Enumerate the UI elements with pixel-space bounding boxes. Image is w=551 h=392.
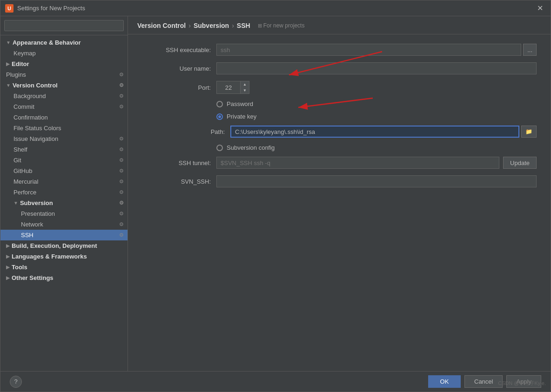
sidebar-item-presentation[interactable]: Presentation ⚙ bbox=[0, 208, 128, 219]
private-key-label[interactable]: Private key bbox=[227, 113, 256, 120]
sidebar-item-label: Build, Execution, Deployment bbox=[12, 242, 97, 249]
help-button[interactable]: ? bbox=[10, 376, 22, 388]
search-input[interactable] bbox=[4, 20, 124, 31]
path-input[interactable] bbox=[230, 126, 519, 138]
sidebar-item-subversion[interactable]: ▼ Subversion ⚙ bbox=[0, 198, 128, 208]
sidebar-item-mercurial[interactable]: Mercurial ⚙ bbox=[0, 176, 128, 187]
username-label: User name: bbox=[142, 65, 216, 72]
sidebar-item-ssh[interactable]: SSH ⚙ bbox=[0, 230, 128, 240]
sidebar-item-network[interactable]: Network ⚙ bbox=[0, 219, 128, 230]
sidebar-item-label: Git bbox=[13, 157, 21, 164]
port-down-button[interactable]: ▼ bbox=[241, 87, 249, 93]
password-radio-row: Password bbox=[142, 100, 537, 107]
arrow-icon: ▶ bbox=[6, 275, 10, 280]
sidebar-item-label: Languages & Frameworks bbox=[12, 253, 87, 260]
gear-icon: ⚙ bbox=[119, 146, 124, 153]
username-input[interactable] bbox=[216, 62, 537, 74]
cancel-button[interactable]: Cancel bbox=[464, 375, 503, 388]
sidebar-item-editor[interactable]: ▶ Editor bbox=[0, 59, 128, 69]
sidebar-item-label: Tools bbox=[12, 264, 27, 271]
sidebar-item-git[interactable]: Git ⚙ bbox=[0, 155, 128, 166]
sidebar-item-label: GitHub bbox=[13, 167, 32, 174]
sidebar-item-other-settings[interactable]: ▶ Other Settings bbox=[0, 272, 128, 283]
sidebar-item-github[interactable]: GitHub ⚙ bbox=[0, 166, 128, 176]
sidebar-item-keymap[interactable]: Keymap bbox=[0, 48, 128, 59]
sidebar-item-label: Confirmation bbox=[13, 114, 48, 121]
sidebar-item-tools[interactable]: ▶ Tools bbox=[0, 262, 128, 272]
sidebar-item-label: Perforce bbox=[13, 189, 36, 196]
new-projects-label: For new projects bbox=[258, 22, 305, 29]
title-bar: U Settings for New Projects ✕ bbox=[0, 0, 551, 16]
subversion-config-label[interactable]: Subversion config bbox=[227, 144, 275, 151]
close-button[interactable]: ✕ bbox=[534, 3, 546, 13]
ok-button[interactable]: OK bbox=[428, 375, 461, 388]
sidebar-item-background[interactable]: Background ⚙ bbox=[0, 91, 128, 101]
sidebar-item-label: Other Settings bbox=[12, 274, 54, 281]
sidebar-item-label: Keymap bbox=[13, 50, 36, 57]
private-key-radio[interactable] bbox=[216, 113, 223, 120]
sidebar-item-label: Commit bbox=[13, 103, 34, 110]
sidebar-item-label: Editor bbox=[12, 60, 29, 67]
sidebar-item-file-status-colors[interactable]: File Status Colors bbox=[0, 123, 128, 133]
sidebar-item-commit[interactable]: Commit ⚙ bbox=[0, 101, 128, 112]
port-row: Port: ▲ ▼ bbox=[142, 81, 537, 94]
path-label: Path: bbox=[156, 128, 230, 135]
username-row: User name: bbox=[142, 62, 537, 74]
form-area: SSH executable: ... User name: Port: ▲ bbox=[128, 34, 551, 371]
sidebar-item-appearance[interactable]: ▼ Appearance & Behavior bbox=[0, 37, 128, 48]
sidebar-item-issue-navigation[interactable]: Issue Navigation ⚙ bbox=[0, 133, 128, 144]
sidebar-item-perforce[interactable]: Perforce ⚙ bbox=[0, 187, 128, 198]
gear-icon: ⚙ bbox=[119, 179, 124, 185]
password-label[interactable]: Password bbox=[227, 100, 253, 107]
port-input[interactable] bbox=[217, 81, 240, 93]
sidebar-item-label: Appearance & Behavior bbox=[13, 39, 81, 46]
ssh-tunnel-row: SSH tunnel: Update bbox=[142, 157, 537, 169]
svn-ssh-input[interactable] bbox=[216, 175, 537, 187]
sidebar: ▼ Appearance & Behavior Keymap ▶ Editor … bbox=[0, 16, 128, 371]
sidebar-item-label: Network bbox=[21, 221, 43, 228]
arrow-icon: ▶ bbox=[6, 61, 10, 66]
ssh-executable-input[interactable] bbox=[216, 44, 521, 56]
sidebar-item-shelf[interactable]: Shelf ⚙ bbox=[0, 144, 128, 155]
subversion-config-radio[interactable] bbox=[216, 145, 223, 151]
sidebar-item-label: Presentation bbox=[21, 210, 55, 217]
gear-icon: ⚙ bbox=[119, 136, 124, 142]
sidebar-item-label: Background bbox=[13, 93, 46, 100]
sidebar-item-label: Version Control bbox=[13, 82, 58, 89]
private-key-radio-row: Private key bbox=[142, 113, 537, 120]
sidebar-item-label: Plugins bbox=[6, 71, 26, 78]
sidebar-item-version-control[interactable]: ▼ Version Control ⚙ bbox=[0, 80, 128, 91]
arrow-icon: ▼ bbox=[6, 40, 11, 45]
sidebar-item-confirmation[interactable]: Confirmation bbox=[0, 112, 128, 123]
gear-icon: ⚙ bbox=[119, 93, 124, 99]
gear-icon: ⚙ bbox=[119, 104, 124, 110]
path-browse-button[interactable]: 📁 bbox=[521, 126, 537, 138]
browse-button[interactable]: ... bbox=[523, 44, 537, 56]
sidebar-item-languages[interactable]: ▶ Languages & Frameworks bbox=[0, 251, 128, 262]
search-box bbox=[0, 16, 128, 35]
gear-icon: ⚙ bbox=[119, 211, 124, 217]
password-radio[interactable] bbox=[216, 101, 223, 107]
gear-icon: ⚙ bbox=[119, 221, 124, 227]
breadcrumb-item-vc: Version Control bbox=[137, 22, 186, 29]
ssh-executable-label: SSH executable: bbox=[142, 47, 216, 53]
update-button[interactable]: Update bbox=[503, 157, 537, 169]
main-content: ▼ Appearance & Behavior Keymap ▶ Editor … bbox=[0, 16, 551, 371]
sidebar-item-label: SSH bbox=[21, 232, 34, 239]
arrow-icon: ▼ bbox=[13, 200, 18, 206]
port-label: Port: bbox=[142, 84, 216, 91]
sidebar-item-build[interactable]: ▶ Build, Execution, Deployment bbox=[0, 240, 128, 251]
port-up-button[interactable]: ▲ bbox=[241, 81, 249, 87]
ssh-tunnel-input[interactable] bbox=[216, 157, 499, 169]
ssh-executable-row: SSH executable: ... bbox=[142, 44, 537, 56]
sidebar-item-plugins[interactable]: Plugins ⚙ bbox=[0, 69, 128, 80]
ssh-tunnel-label: SSH tunnel: bbox=[142, 159, 216, 166]
gear-icon: ⚙ bbox=[119, 200, 124, 206]
gear-icon: ⚙ bbox=[119, 168, 124, 174]
sidebar-item-label: File Status Colors bbox=[13, 125, 61, 132]
sidebar-item-label: Subversion bbox=[20, 199, 53, 206]
gear-icon: ⚙ bbox=[119, 157, 124, 163]
arrow-icon: ▶ bbox=[6, 254, 10, 259]
svn-ssh-label: SVN_SSH: bbox=[142, 178, 216, 185]
breadcrumb-separator: › bbox=[188, 22, 191, 29]
